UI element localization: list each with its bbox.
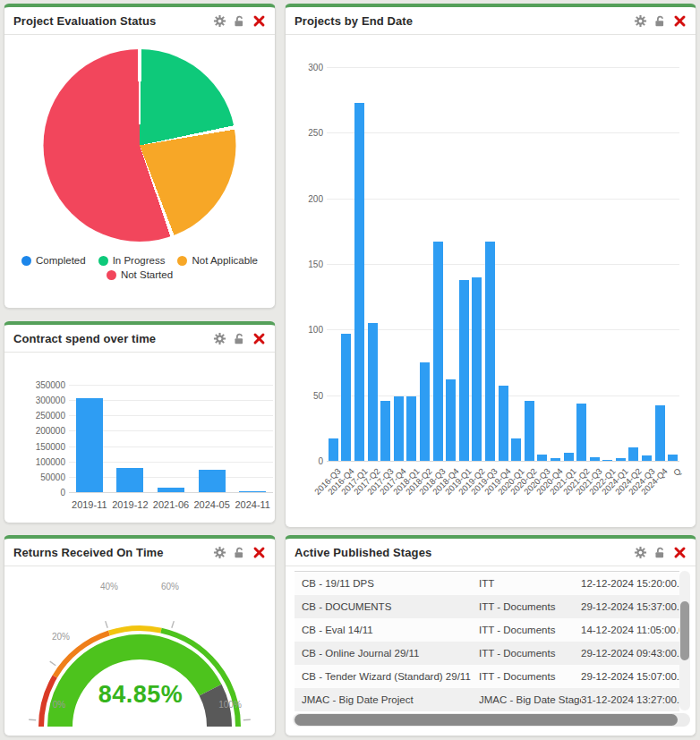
bar xyxy=(590,457,600,461)
legend-item[interactable]: Completed xyxy=(21,255,86,266)
gauge-tick-label: 20% xyxy=(52,632,70,642)
bar xyxy=(616,458,626,461)
y-axis-tick-label: 50000 xyxy=(30,472,65,481)
x-axis-tick-label: 2024-11 xyxy=(235,499,270,510)
x-axis-tick-label: 2024-05 xyxy=(193,499,229,510)
y-axis-tick-label: 250 xyxy=(287,128,323,138)
bar xyxy=(459,280,469,461)
unlock-icon[interactable] xyxy=(233,546,246,559)
unlock-icon[interactable] xyxy=(233,14,246,28)
panel-title: Projects by End Date xyxy=(295,14,634,28)
panel-project-evaluation-status: Project Evaluation Status CompletedIn Pr… xyxy=(4,4,276,309)
bar xyxy=(76,398,103,492)
close-icon[interactable] xyxy=(673,546,687,559)
bar xyxy=(368,323,378,461)
horizontal-scrollbar[interactable] xyxy=(293,713,690,727)
cell-project: CB - Eval 14/11 xyxy=(295,625,479,635)
x-axis-tick-label: 2021-06 xyxy=(153,499,189,510)
cell-stage: ITT - Documents xyxy=(479,648,581,659)
panel-active-published-stages: Active Published Stages CB - 19/11 DPSIT… xyxy=(285,535,696,736)
bar xyxy=(446,379,456,461)
y-axis-tick-label: 150 xyxy=(287,259,323,269)
gridline xyxy=(327,461,679,462)
y-axis-tick-label: 250000 xyxy=(30,411,65,421)
bar xyxy=(537,455,547,461)
y-axis-tick-label: 200000 xyxy=(30,426,65,436)
vertical-scrollbar[interactable] xyxy=(679,571,690,710)
cell-project: CB - Tender Wizard (Standard) 29/11 xyxy=(295,671,479,682)
gauge-tick-label: 40% xyxy=(100,582,118,591)
table-row[interactable]: CB - DOCUMENTSITT - Documents29-12-2024 … xyxy=(295,595,679,618)
pie-legend: CompletedIn ProgressNot ApplicableNot St… xyxy=(9,255,270,280)
table-row[interactable]: CB - 19/11 DPSITT12-12-2024 15:20:00.000 xyxy=(295,572,679,595)
gridline xyxy=(327,67,679,68)
cell-project: JMAC - Big Date Project xyxy=(295,694,479,705)
settings-gear-icon[interactable] xyxy=(213,332,226,345)
gauge-chart xyxy=(4,595,277,740)
close-icon[interactable] xyxy=(252,14,266,28)
settings-gear-icon[interactable] xyxy=(213,14,226,28)
gridline xyxy=(69,385,273,386)
gridline xyxy=(327,199,679,200)
bar xyxy=(380,401,390,462)
y-axis-tick-label: 300 xyxy=(287,63,323,72)
table-row[interactable]: CB - Online Journal 29/11ITT - Documents… xyxy=(295,642,679,665)
gridline xyxy=(327,264,679,265)
legend-item[interactable]: Not Started xyxy=(107,269,173,280)
y-axis-tick-label: 0 xyxy=(287,456,323,466)
settings-gear-icon[interactable] xyxy=(634,546,647,559)
settings-gear-icon[interactable] xyxy=(634,14,647,28)
legend-item[interactable]: In Progress xyxy=(98,255,166,266)
bar xyxy=(472,277,482,461)
x-axis-tick-label: 2019-12 xyxy=(112,499,148,510)
bar xyxy=(329,438,338,461)
unlock-icon[interactable] xyxy=(233,332,246,345)
bar xyxy=(394,396,404,461)
unlock-icon[interactable] xyxy=(653,546,667,559)
y-axis-tick-label: 100 xyxy=(287,325,323,335)
horizontal-scrollbar-thumb[interactable] xyxy=(295,714,678,726)
bar xyxy=(551,458,560,461)
y-axis-tick-label: 0 xyxy=(30,488,65,498)
bar xyxy=(433,242,443,461)
legend-label: Not Started xyxy=(121,269,173,280)
bar xyxy=(341,334,351,461)
panel-header: Active Published Stages xyxy=(286,539,696,566)
y-axis-tick-label: 100000 xyxy=(30,456,65,466)
table-row[interactable]: CB - Eval 14/11ITT - Documents14-12-2024… xyxy=(295,618,679,642)
cell-timestamp: 29-12-2024 15:37:00.000 xyxy=(581,601,679,612)
bar xyxy=(420,362,430,461)
cell-timestamp: 29-12-2024 15:07:00.000 xyxy=(581,671,679,682)
vertical-scrollbar-thumb[interactable] xyxy=(680,601,689,660)
cell-project: CB - DOCUMENTS xyxy=(295,601,479,612)
y-axis-tick-label: 300000 xyxy=(30,396,65,405)
panel-title: Active Published Stages xyxy=(295,546,634,559)
dashboard-page: Project Evaluation Status CompletedIn Pr… xyxy=(0,0,700,740)
y-axis-tick-label: 50 xyxy=(287,390,323,400)
bar xyxy=(576,404,586,462)
y-axis-tick-label: 200 xyxy=(287,193,323,203)
gauge-chart-area: 84.85% 0%20%40%60%100% xyxy=(4,566,275,736)
legend-dot xyxy=(107,270,116,280)
x-axis-tick-label: 2019-11 xyxy=(72,499,107,510)
close-icon[interactable] xyxy=(252,332,266,345)
bar-chart-projects-by-end-date: 0501001502002503002016-Q32016-Q42017-Q12… xyxy=(286,35,696,527)
unlock-icon[interactable] xyxy=(653,14,667,28)
close-icon[interactable] xyxy=(673,14,687,28)
panel-header: Projects by End Date xyxy=(286,7,696,35)
panel-header: Contract spend over time xyxy=(4,325,275,353)
panel-title: Contract spend over time xyxy=(13,332,213,345)
legend-label: In Progress xyxy=(113,255,166,266)
legend-item[interactable]: Not Applicable xyxy=(177,255,258,266)
bar xyxy=(628,447,638,461)
settings-gear-icon[interactable] xyxy=(213,546,226,559)
legend-label: Completed xyxy=(36,255,86,266)
stages-table: CB - 19/11 DPSITT12-12-2024 15:20:00.000… xyxy=(295,571,679,711)
close-icon[interactable] xyxy=(252,546,266,559)
cell-stage: ITT - Documents xyxy=(479,671,581,682)
bar xyxy=(116,468,143,492)
table-row[interactable]: JMAC - Big Date ProjectJMAC - Big Date S… xyxy=(295,688,679,711)
cell-timestamp: 14-12-2024 11:05:00.000 xyxy=(581,625,679,635)
y-axis-tick-label: 150000 xyxy=(30,441,65,451)
table-row[interactable]: CB - Tender Wizard (Standard) 29/11ITT -… xyxy=(295,665,679,688)
